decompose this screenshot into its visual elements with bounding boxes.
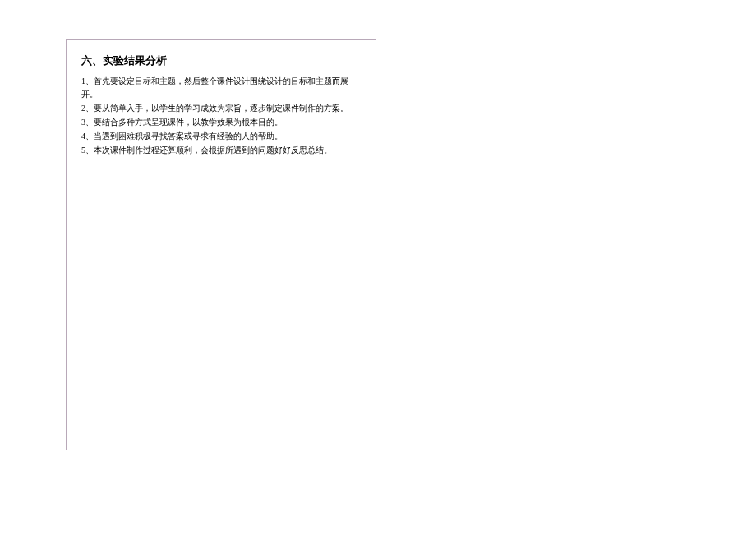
content-list: 1、首先要设定目标和主题，然后整个课件设计围绕设计的目标和主题而展开。 2、要从…	[81, 75, 361, 157]
list-item: 3、要结合多种方式呈现课件，以教学效果为根本目的。	[81, 116, 361, 129]
list-item: 4、当遇到困难积极寻找答案或寻求有经验的人的帮助。	[81, 130, 361, 143]
list-item: 5、本次课件制作过程还算顺利，会根据所遇到的问题好好反思总结。	[81, 144, 361, 157]
list-item: 2、要从简单入手，以学生的学习成效为宗旨，逐步制定课件制作的方案。	[81, 102, 361, 115]
section-title: 六、实验结果分析	[81, 53, 361, 68]
list-item: 1、首先要设定目标和主题，然后整个课件设计围绕设计的目标和主题而展开。	[81, 75, 361, 101]
document-page: 六、实验结果分析 1、首先要设定目标和主题，然后整个课件设计围绕设计的目标和主题…	[66, 39, 376, 450]
